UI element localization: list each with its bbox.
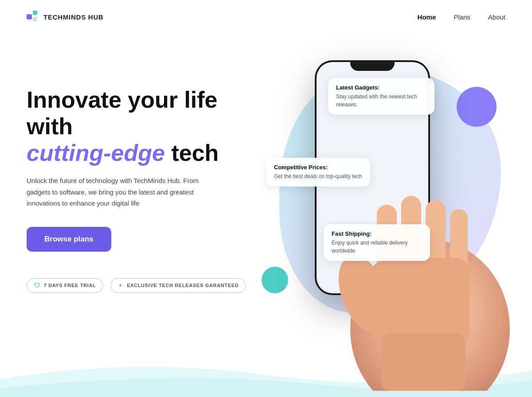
phone-notch [350, 60, 395, 71]
blob-teal-circle [262, 267, 288, 293]
logo-text: TECHMINDS HUB [43, 13, 104, 21]
feature-card-2-text: Get the best deals on top-quality tech [274, 172, 362, 180]
feature-card-1-title: Latest Gadgets: [336, 84, 426, 91]
blob-purple-circle [457, 87, 497, 127]
feature-card-3-text: Enjoy quick and reliable delivery worldw… [332, 239, 422, 255]
navbar: TECHMINDS HUB Home Plans About [0, 0, 532, 34]
badge-trial: 🛡 7 DAYS FREE TRIAL [27, 278, 103, 293]
feature-card-3: Fast Shipping: Enjoy quick and reliable … [324, 224, 430, 261]
nav-home[interactable]: Home [418, 13, 436, 21]
hero-subtitle: Unlock the future of technology with Tec… [27, 175, 222, 209]
logo-icon [27, 11, 39, 23]
feature-card-2: Competitive Prices: Get the best deals o… [266, 158, 370, 187]
feature-card-1-text: Stay updated with the newest tech releas… [336, 93, 426, 109]
nav-plans[interactable]: Plans [454, 13, 470, 21]
browse-plans-button[interactable]: Browse plans [27, 227, 111, 252]
badge-exclusive-label: EXCLUSIVE TECH RELEASES GARANTEED [127, 283, 239, 288]
svg-rect-1 [33, 11, 37, 15]
nav-links: Home Plans About [418, 13, 505, 21]
hero-title-highlight: cutting-edge [27, 140, 165, 166]
feature-card-1: Latest Gadgets: Stay updated with the ne… [328, 78, 434, 115]
hand-image [332, 160, 523, 391]
hero-title-tech: tech [171, 140, 219, 166]
hero-right: Latest Gadgets: Stay updated with the ne… [257, 51, 505, 391]
logo[interactable]: TECHMINDS HUB [27, 11, 104, 23]
hero-section: Innovate your life with cutting-edge tec… [0, 34, 532, 391]
badge-trial-label: 7 DAYS FREE TRIAL [44, 283, 96, 288]
badges-row: 🛡 7 DAYS FREE TRIAL ✦ EXCLUSIVE TECH REL… [27, 278, 257, 293]
svg-rect-0 [27, 14, 32, 19]
hero-title-line1: Innovate your life with [27, 87, 218, 139]
star-icon: ✦ [118, 282, 123, 289]
badge-exclusive: ✦ EXCLUSIVE TECH RELEASES GARANTEED [110, 278, 246, 293]
feature-card-2-title: Competitive Prices: [274, 164, 362, 171]
svg-rect-2 [33, 17, 37, 21]
hero-title: Innovate your life with cutting-edge tec… [27, 87, 257, 166]
hero-left: Innovate your life with cutting-edge tec… [27, 51, 257, 293]
shield-icon: 🛡 [34, 282, 40, 289]
nav-about[interactable]: About [488, 13, 505, 21]
svg-rect-11 [381, 333, 466, 391]
feature-card-3-title: Fast Shipping: [332, 230, 422, 237]
